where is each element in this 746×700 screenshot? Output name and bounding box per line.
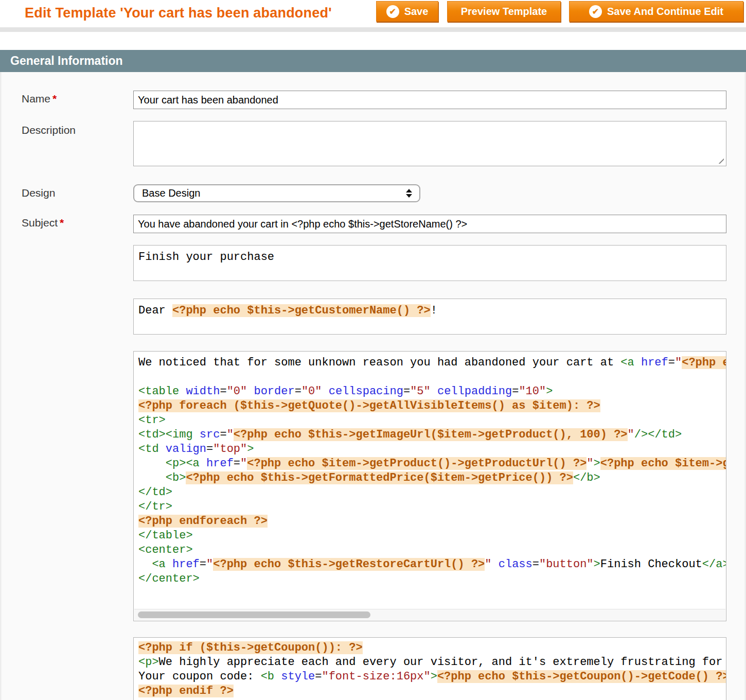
scrollbar-thumb[interactable]	[138, 611, 370, 618]
design-select-value: Base Design	[142, 187, 200, 199]
save-button[interactable]: ✔ Save	[376, 1, 438, 22]
check-icon: ✔	[589, 5, 602, 18]
template-content-code: We noticed that for some unknown reason …	[134, 352, 726, 586]
preheader-code: Finish your purchase	[134, 246, 726, 265]
greeting-editor[interactable]: Dear <?php echo $this->getCustomerName()…	[133, 299, 726, 335]
greeting-code: Dear <?php echo $this->getCustomerName()…	[134, 299, 726, 318]
required-asterisk: *	[52, 93, 57, 104]
design-label-text: Design	[22, 187, 55, 199]
page-title: Edit Template 'Your cart has been abando…	[25, 5, 332, 21]
template-content-editor[interactable]: We noticed that for some unknown reason …	[133, 351, 726, 621]
updown-arrows-icon	[406, 189, 412, 198]
save-and-continue-edit-button[interactable]: ✔ Save And Continue Edit	[569, 1, 743, 22]
preview-template-button[interactable]: Preview Template	[447, 1, 561, 22]
horizontal-scrollbar[interactable]	[134, 609, 725, 620]
coupon-block-editor[interactable]: <?php if ($this->getCoupon()): ?><p>We h…	[133, 637, 726, 700]
subject-label: Subject*	[22, 217, 64, 229]
name-label: Name*	[22, 93, 57, 105]
preheader-editor[interactable]: Finish your purchase	[133, 245, 726, 281]
general-information-section-header: General Information	[0, 50, 746, 72]
design-label: Design	[22, 187, 55, 199]
check-icon: ✔	[386, 5, 399, 18]
edit-template-page: Edit Template 'Your cart has been abando…	[0, 0, 746, 700]
name-input[interactable]	[133, 91, 726, 109]
header-divider	[0, 27, 746, 32]
coupon-block-code: <?php if ($this->getCoupon()): ?><p>We h…	[134, 638, 726, 698]
description-label: Description	[22, 124, 76, 136]
subject-input[interactable]	[133, 215, 726, 233]
subject-label-text: Subject	[22, 217, 58, 229]
section-title: General Information	[10, 54, 123, 67]
name-label-text: Name	[22, 93, 50, 104]
preview-template-button-label: Preview Template	[461, 6, 547, 18]
description-textarea[interactable]	[133, 121, 726, 166]
design-select[interactable]: Base Design	[133, 184, 420, 202]
description-label-text: Description	[22, 124, 76, 136]
save-button-label: Save	[404, 6, 429, 18]
save-and-continue-edit-label: Save And Continue Edit	[607, 6, 723, 18]
required-asterisk: *	[60, 217, 64, 229]
